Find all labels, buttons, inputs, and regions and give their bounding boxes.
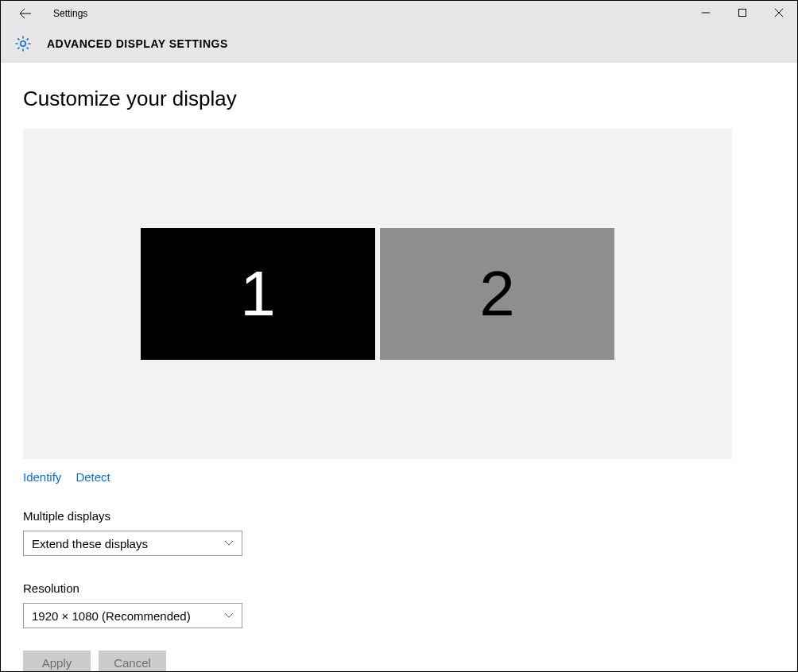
multiple-displays-select[interactable]: Extend these displays [23, 531, 242, 556]
back-button[interactable] [14, 2, 37, 25]
titlebar: Settings [14, 1, 797, 26]
window-title: Settings [53, 8, 87, 19]
chevron-down-icon [224, 611, 234, 620]
svg-rect-0 [739, 10, 746, 17]
resolution-value: 1920 × 1080 (Recommended) [32, 609, 191, 623]
minimize-button[interactable] [688, 1, 724, 25]
resolution-select[interactable]: 1920 × 1080 (Recommended) [23, 603, 242, 628]
cancel-button[interactable]: Cancel [99, 651, 166, 672]
page-header-title: ADVANCED DISPLAY SETTINGS [47, 37, 228, 50]
monitor-2[interactable]: 2 [380, 228, 614, 360]
maximize-icon [738, 9, 746, 17]
page-heading: Customize your display [23, 87, 775, 111]
window-controls [688, 1, 797, 25]
monitor-1[interactable]: 1 [141, 228, 375, 360]
maximize-button[interactable] [724, 1, 761, 25]
resolution-label: Resolution [23, 581, 775, 595]
gear-icon [14, 34, 33, 53]
identify-link[interactable]: Identify [23, 470, 61, 484]
content: Customize your display 1 2 Identify Dete… [1, 63, 797, 672]
close-icon [775, 9, 783, 17]
back-arrow-icon [19, 7, 32, 20]
multiple-displays-label: Multiple displays [23, 509, 775, 523]
action-buttons: Apply Cancel [23, 651, 775, 672]
display-arrangement-area: 1 2 [23, 129, 732, 459]
minimize-icon [702, 9, 710, 17]
multiple-displays-value: Extend these displays [32, 537, 148, 550]
detect-link[interactable]: Detect [76, 470, 110, 484]
display-action-links: Identify Detect [23, 470, 775, 484]
chevron-down-icon [224, 539, 234, 548]
svg-point-1 [21, 41, 25, 46]
apply-button[interactable]: Apply [23, 651, 91, 672]
page-header: ADVANCED DISPLAY SETTINGS [14, 26, 797, 53]
close-button[interactable] [761, 1, 797, 25]
header-band: Settings ADVANCED DISPLAY SETTINGS [1, 1, 797, 63]
